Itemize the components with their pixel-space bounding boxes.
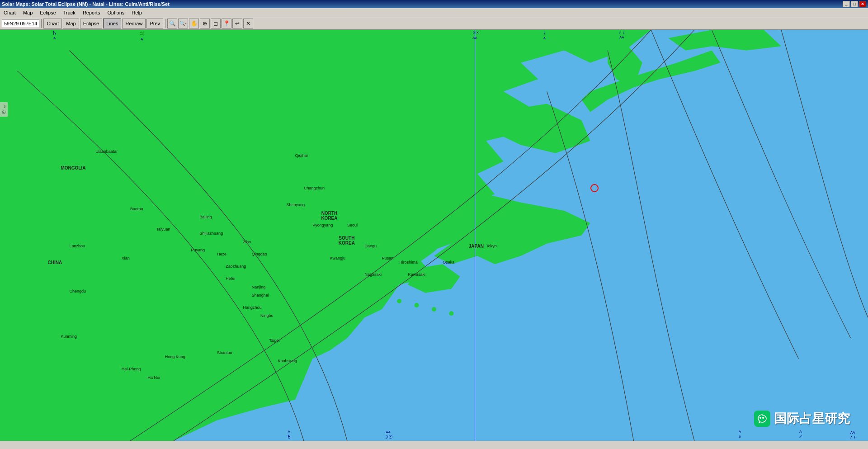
planet-icon-bot-3: A ♂	[798, 430, 802, 440]
planet-label-b4: AA	[850, 430, 855, 435]
separator-2	[165, 19, 165, 28]
planet-icon-bot-0: A ♄	[287, 430, 292, 440]
planet-symbol: ♄	[52, 30, 57, 36]
toolbar-map-btn[interactable]: Map	[63, 19, 79, 28]
menu-reports[interactable]: Reports	[81, 9, 102, 16]
window-title: Solar Maps: Solar Total Eclipse (NM) - N…	[2, 1, 170, 7]
planet-icon-top-4: ♂♀ AA	[618, 30, 626, 39]
pin-tool[interactable]: 📍	[222, 19, 231, 28]
menu-bar: Chart Map Eclipse Track Reports Options …	[0, 8, 868, 17]
vertical-line	[475, 30, 475, 441]
minimize-button[interactable]: _	[843, 1, 850, 7]
planet-symbol-b3: ♂	[798, 434, 802, 440]
sidebar-left: ☽ ☉	[0, 102, 8, 117]
planet-symbol-b: ♄	[287, 434, 292, 440]
zoom-in-tool[interactable]: 🔍	[167, 19, 177, 28]
planet-label: A	[53, 36, 56, 40]
svg-point-1	[762, 417, 764, 419]
planet-icon-top-2: ☽☉ AA	[471, 30, 480, 40]
planet-symbol-b4: ♂♀	[849, 435, 857, 440]
wechat-icon	[754, 411, 770, 427]
watermark: 国际占星研究	[754, 410, 850, 427]
menu-eclipse[interactable]: Eclipse	[38, 9, 57, 16]
sidebar-icon-2[interactable]: ☉	[2, 110, 6, 115]
planet-label-b1: AA	[386, 430, 391, 434]
planet-label-b2: A	[739, 430, 741, 434]
red-location-marker	[590, 184, 599, 192]
maximize-button[interactable]: □	[851, 1, 858, 7]
planet-icon-top-0: ♄ A	[52, 30, 57, 40]
select-tool[interactable]: ◻	[211, 19, 221, 28]
toolbar-eclipse-btn[interactable]: Eclipse	[80, 19, 102, 28]
toolbar: 59N29 097E14 Chart Map Eclipse Lines Red…	[0, 17, 868, 30]
menu-track[interactable]: Track	[61, 9, 77, 16]
planet-label: AA	[472, 36, 477, 40]
menu-help[interactable]: Help	[130, 9, 144, 16]
planet-label: A	[141, 37, 143, 41]
separator-1	[41, 19, 42, 28]
planet-icon-top-3: ♀ A	[542, 30, 547, 40]
planet-icon-bot-4: AA ♂♀	[849, 430, 857, 440]
title-bar: Solar Maps: Solar Total Eclipse (NM) - N…	[0, 0, 868, 8]
planet-icon-bot-2: A ♀	[738, 430, 742, 440]
undo-tool[interactable]: ↩	[232, 19, 242, 28]
planet-symbol-b2: ♀	[738, 434, 742, 440]
planet-symbol-b1: ☽☉	[384, 434, 393, 440]
title-bar-buttons[interactable]: _ □ ✕	[843, 1, 866, 7]
map-container[interactable]: ☽ ☉ 国际占星研究 ♄ A ♃ A ☽☉ AA ♀ A ♂♀ AA A ♄	[0, 30, 868, 441]
toolbar-redraw-btn[interactable]: Redraw	[122, 19, 146, 28]
watermark-text: 国际占星研究	[774, 410, 850, 427]
planet-symbol: ♀	[542, 30, 547, 36]
planet-label-b3: A	[799, 430, 802, 434]
planet-label: A	[543, 36, 546, 40]
planet-label: AA	[619, 35, 624, 39]
svg-point-0	[760, 417, 761, 419]
clear-tool[interactable]: ✕	[243, 19, 253, 28]
menu-chart[interactable]: Chart	[2, 9, 18, 16]
menu-map[interactable]: Map	[21, 9, 34, 16]
map-canvas	[0, 30, 868, 441]
zoom-out-tool[interactable]: 🔍-	[178, 19, 188, 28]
toolbar-prev-btn[interactable]: Prev	[146, 19, 163, 28]
planet-symbol: ♃	[139, 30, 145, 37]
planet-icon-bot-1: AA ☽☉	[384, 430, 393, 440]
planet-symbol: ♂♀	[618, 30, 626, 35]
menu-options[interactable]: Options	[105, 9, 126, 16]
planet-label-b: A	[288, 430, 290, 434]
planet-symbol: ☽☉	[471, 30, 480, 36]
toolbar-chart-btn[interactable]: Chart	[43, 19, 62, 28]
planet-icon-top-1: ♃ A	[139, 30, 145, 41]
coord-display: 59N29 097E14	[2, 19, 39, 28]
crosshair-tool[interactable]: ⊕	[200, 19, 210, 28]
close-button[interactable]: ✕	[859, 1, 866, 7]
sidebar-icon-1[interactable]: ☽	[2, 104, 6, 109]
pan-tool[interactable]: ✋	[189, 19, 199, 28]
toolbar-lines-btn[interactable]: Lines	[103, 19, 121, 28]
